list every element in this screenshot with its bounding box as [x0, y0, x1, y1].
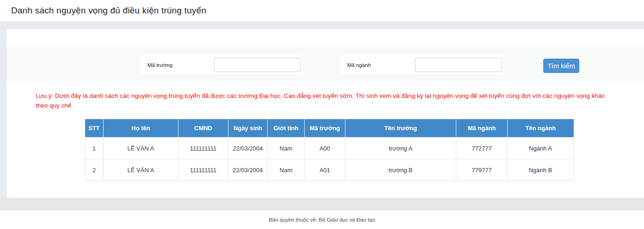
- table-cell: LÊ VĂN A: [104, 159, 178, 181]
- table-header-cell: Tên ngành: [508, 119, 574, 138]
- results-table: STTHọ tênCMNDNgày sinhGiới tínhMã trường…: [85, 119, 574, 181]
- major-code-label: Mã ngành: [347, 62, 371, 68]
- table-cell: 111111111: [178, 159, 228, 181]
- table-header-cell: CMND: [178, 119, 228, 138]
- major-code-input[interactable]: [415, 58, 502, 72]
- results-table-body: 1LÊ VĂN A11111111122/03/2004NamA00trường…: [85, 138, 574, 181]
- header-divider: [0, 21, 644, 29]
- table-row: 2LÊ VĂN A11111111122/03/2004NamA01trường…: [85, 159, 574, 181]
- table-cell: A01: [305, 159, 345, 181]
- table-cell: trường B: [345, 159, 456, 181]
- table-header-cell: STT: [85, 119, 104, 138]
- table-cell: trường A: [345, 138, 456, 159]
- table-header-cell: Ngày sinh: [228, 119, 268, 138]
- card-content: Lưu ý: Dưới đây là danh sách các nguyện …: [6, 81, 644, 198]
- table-row: 1LÊ VĂN A11111111122/03/2004NamA00trường…: [85, 138, 574, 159]
- page-title: Danh sách nguyện vọng đủ điều kiện trúng…: [11, 6, 206, 16]
- table-cell: Ngành B: [508, 159, 574, 181]
- table-cell: 22/03/2004: [228, 159, 268, 181]
- table-cell: 779777: [456, 159, 508, 181]
- table-cell: 111111111: [178, 138, 228, 159]
- table-cell: Nam: [268, 159, 305, 181]
- main-card: Mã trường Mã ngành Tìm kiếm Lưu ý: Dưới …: [6, 29, 644, 198]
- page-footer: Bản quyền thuộc về: Bộ Giáo dục và Đào t…: [0, 210, 644, 229]
- school-code-label: Mã trường: [147, 62, 172, 68]
- search-form: Mã trường Mã ngành Tìm kiếm: [6, 47, 644, 81]
- table-cell: 22/03/2004: [228, 138, 268, 159]
- table-cell: Ngành A: [508, 138, 574, 159]
- table-header-cell: Mã ngành: [456, 119, 508, 138]
- table-cell: 1: [85, 138, 104, 159]
- table-header-cell: Giới tính: [268, 119, 305, 138]
- school-code-field-group: Mã trường: [141, 55, 303, 74]
- table-cell: LÊ VĂN A: [104, 138, 178, 159]
- results-table-head: STTHọ tênCMNDNgày sinhGiới tínhMã trường…: [85, 119, 574, 138]
- table-header-row: STTHọ tênCMNDNgày sinhGiới tínhMã trường…: [85, 119, 574, 138]
- copyright-text: Bản quyền thuộc về: Bộ Giáo dục và Đào t…: [269, 217, 375, 223]
- school-code-input[interactable]: [214, 58, 301, 72]
- table-cell: Nam: [268, 138, 305, 159]
- notice-text: Lưu ý: Dưới đây là danh sách các nguyện …: [36, 91, 606, 111]
- table-header-cell: Tên trường: [345, 119, 456, 138]
- page-header: Danh sách nguyện vọng đủ điều kiện trúng…: [0, 0, 644, 21]
- search-button[interactable]: Tìm kiếm: [543, 59, 579, 73]
- table-header-cell: Mã trường: [305, 119, 345, 138]
- table-header-cell: Họ tên: [104, 119, 178, 138]
- card-toolbar-strip: [6, 29, 644, 47]
- table-cell: 772777: [456, 138, 508, 159]
- major-code-field-group: Mã ngành: [341, 55, 504, 74]
- bottom-spacer: [0, 198, 644, 210]
- table-cell: A00: [305, 138, 345, 159]
- table-cell: 2: [85, 159, 104, 181]
